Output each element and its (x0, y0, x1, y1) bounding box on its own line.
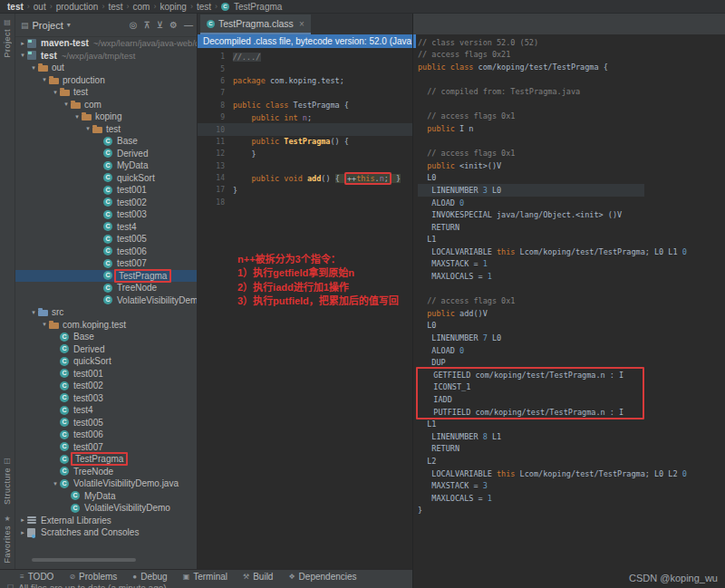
toolbar-terminal[interactable]: ▣Terminal (183, 572, 227, 582)
tree-item-test007[interactable]: Ctest007 (15, 441, 197, 454)
tree-item-quicksort[interactable]: CquickSort (15, 172, 197, 185)
tree-chevron-down-icon[interactable]: ▾ (51, 89, 60, 96)
breadcrumb-item-TestPragma[interactable]: TestPragma (232, 2, 284, 12)
tree-item-volatilevisibilitydemo[interactable]: CVolatileVisibilityDemo (15, 294, 197, 307)
tree-item-base[interactable]: CBase (15, 135, 197, 148)
tree-chevron-right-icon[interactable]: ▸ (18, 516, 27, 524)
toolwindow-favorites-button[interactable]: ★ Favorites (0, 510, 14, 569)
breadcrumb-item-out[interactable]: out (32, 2, 48, 12)
editor-line-5[interactable]: 5 (198, 63, 412, 74)
tree-item-out[interactable]: ▾out (15, 62, 197, 74)
hide-panel-icon[interactable]: — (184, 20, 193, 30)
toolbar-dependencies[interactable]: ❖Dependencies (288, 572, 356, 582)
tree-item-test006[interactable]: Ctest006 (15, 429, 197, 441)
editor-line-1[interactable]: 1//.../ (198, 51, 412, 63)
tree-chevron-down-icon[interactable]: ▾ (18, 52, 27, 59)
tree-item-com[interactable]: ▾com (15, 99, 197, 111)
tree-item-test005[interactable]: Ctest005 (15, 417, 197, 429)
breadcrumb-item-production[interactable]: production (54, 2, 101, 12)
tree-item-test003[interactable]: Ctest003 (15, 208, 197, 221)
class-icon: C (103, 235, 112, 244)
tree-item-test006[interactable]: Ctest006 (15, 246, 197, 258)
breadcrumb-item-test[interactable]: test (5, 2, 25, 12)
tree-item-scratches-and-consoles[interactable]: ▸Scratches and Consoles (15, 526, 197, 539)
editor-line-10[interactable]: 10 (198, 123, 412, 135)
tree-chevron-down-icon[interactable]: ▾ (29, 309, 38, 316)
toolbar-debug[interactable]: ●Debug (132, 572, 167, 582)
tree-item-koping[interactable]: ▾koping (15, 111, 197, 123)
tree-item-test002[interactable]: Ctest002 (15, 380, 197, 392)
toolwindow-structure-button[interactable]: ◫ Structure (0, 452, 14, 510)
code-editor[interactable]: 1//.../56package com.koping.test;78publi… (198, 48, 412, 208)
editor-line-7[interactable]: 7 (198, 87, 412, 99)
tab-testpragma-class[interactable]: C TestPragma.class × (200, 14, 311, 34)
tree-item-derived[interactable]: CDerived (15, 148, 197, 160)
toolbar-problems[interactable]: ⊘Problems (69, 572, 117, 582)
tree-item-treenode[interactable]: CTreeNode (15, 282, 197, 294)
tree-item-mydata[interactable]: CMyData (15, 490, 197, 503)
tree-item-label: quickSort (117, 173, 155, 183)
breadcrumb-item-test[interactable]: test (195, 2, 213, 12)
tree-item-com-koping-test[interactable]: ▾com.koping.test (15, 319, 197, 332)
editor-line-8[interactable]: 8public class TestPragma { (198, 100, 412, 111)
breadcrumb-item-com[interactable]: com (131, 2, 152, 12)
tree-item-test001[interactable]: Ctest001 (15, 368, 197, 381)
tree-item-testpragma[interactable]: CTestPragma (15, 270, 197, 283)
tree-chevron-down-icon[interactable]: ▾ (62, 101, 71, 108)
tree-item-src[interactable]: ▾src (15, 306, 197, 319)
locate-file-icon[interactable]: ◎ (130, 20, 138, 30)
expand-all-icon[interactable]: ⊼ (143, 20, 150, 30)
tree-item-maven-test[interactable]: ▸maven-test~/wxp/learn/java/java-web/d (15, 37, 197, 50)
bytecode-line: LOCALVARIABLE this Lcom/koping/test/Test… (418, 468, 725, 480)
tree-chevron-right-icon[interactable]: ▸ (18, 529, 27, 536)
tree-item-derived[interactable]: CDerived (15, 343, 197, 356)
toolbar-build[interactable]: ⚒Build (243, 572, 273, 582)
tree-chevron-down-icon[interactable]: ▾ (40, 76, 49, 83)
collapse-all-icon[interactable]: ⊻ (157, 20, 163, 30)
project-view-selector[interactable]: ▤ Project ▾ (21, 20, 71, 31)
editor-line-9[interactable]: 9 public int n; (198, 111, 412, 123)
tree-item-base[interactable]: CBase (15, 331, 197, 343)
toolbar-todo[interactable]: ≡TODO (20, 572, 53, 582)
editor-line-18[interactable]: 18 (198, 197, 412, 208)
close-icon[interactable]: × (299, 19, 304, 29)
editor-line-14[interactable]: 14 public void add() { ++this.n; } (198, 172, 412, 184)
tree-item-treenode[interactable]: CTreeNode (15, 466, 197, 478)
tree-item-volatilevisibilitydemo[interactable]: CVolatileVisibilityDemo (15, 502, 197, 515)
toolwindow-project-button[interactable]: ▤ Project (0, 14, 14, 63)
bytecode-view[interactable]: // class version 52.0 (52)// access flag… (413, 35, 725, 516)
tree-chevron-down-icon[interactable]: ▾ (40, 321, 49, 328)
tree-chevron-down-icon[interactable]: ▾ (29, 64, 38, 72)
tree-chevron-right-icon[interactable]: ▸ (18, 40, 27, 47)
tree-item-test003[interactable]: Ctest003 (15, 392, 197, 405)
editor-line-12[interactable]: 12 } (198, 148, 412, 159)
editor-line-13[interactable]: 13 (198, 160, 412, 172)
tree-item-test[interactable]: ▾test (15, 123, 197, 136)
breadcrumb-item-test[interactable]: test (106, 2, 124, 12)
tree-chevron-down-icon[interactable]: ▾ (51, 480, 60, 487)
tree-chevron-down-icon[interactable]: ▾ (72, 113, 82, 120)
tree-item-production[interactable]: ▾production (15, 74, 197, 87)
tree-item-volatilevisibilitydemo-java[interactable]: ▾CVolatileVisibilityDemo.java (15, 477, 197, 490)
tree-item-test4[interactable]: Ctest4 (15, 221, 197, 234)
tree-item-quicksort[interactable]: CquickSort (15, 355, 197, 368)
settings-gear-icon[interactable]: ⚙ (169, 20, 178, 30)
structure-strip-label: Structure (3, 468, 12, 505)
tree-item-test4[interactable]: Ctest4 (15, 404, 197, 417)
breadcrumb-item-koping[interactable]: koping (158, 2, 188, 12)
horizontal-scrollbar-thumb[interactable] (32, 558, 136, 562)
tree-item-test[interactable]: ▾test (15, 86, 197, 99)
tree-item-test002[interactable]: Ctest002 (15, 197, 197, 209)
tree-item-testpragma[interactable]: CTestPragma (15, 453, 197, 466)
editor-line-11[interactable]: 11 public TestPragma() { (198, 136, 412, 148)
tree-item-mydata[interactable]: CMyData (15, 159, 197, 172)
tree-item-label: VolatileVisibilityDemo (84, 503, 170, 513)
tree-item-test005[interactable]: Ctest005 (15, 233, 197, 246)
tree-item-test001[interactable]: Ctest001 (15, 184, 197, 197)
editor-line-6[interactable]: 6package com.koping.test; (198, 75, 412, 87)
tree-chevron-down-icon[interactable]: ▾ (83, 125, 92, 132)
tree-item-test007[interactable]: Ctest007 (15, 257, 197, 270)
editor-line-17[interactable]: 17} (198, 184, 412, 196)
tree-item-test[interactable]: ▾test~/wxp/java/tmp/test (15, 50, 197, 63)
tree-item-external-libraries[interactable]: ▸External Libraries (15, 515, 197, 527)
